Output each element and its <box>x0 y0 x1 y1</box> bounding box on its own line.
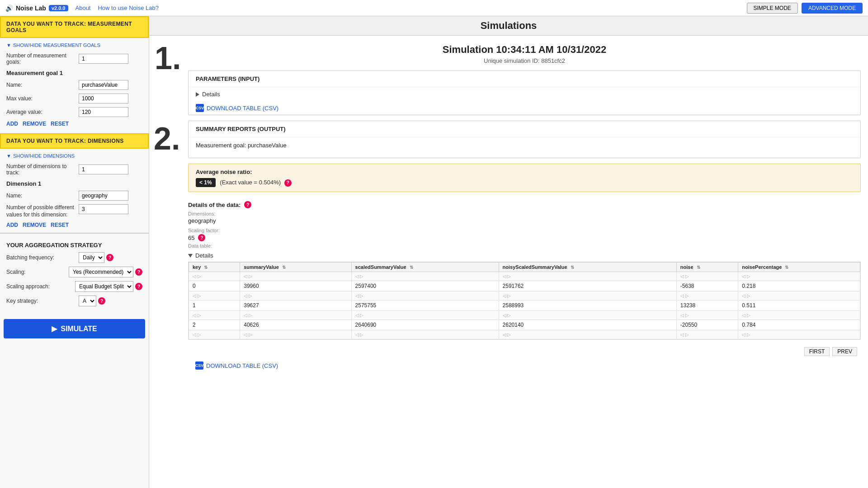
batching-help-icon[interactable]: ? <box>106 254 113 261</box>
about-link[interactable]: About <box>75 5 91 11</box>
table-subrow: ◁ ▷◁ ▷◁ ▷◁ ▷◁ ▷◁ ▷ <box>189 291 860 300</box>
dim1-name-label: Name: <box>6 192 79 199</box>
batching-row: Batching frequency: Daily ? <box>6 252 142 263</box>
key-strategy-help-icon[interactable]: ? <box>98 297 105 305</box>
scaling-row: Scaling: Yes (Recommended) ? <box>6 267 142 277</box>
reset-dim-link[interactable]: RESET <box>51 222 69 228</box>
goal1-name-input[interactable] <box>79 80 128 90</box>
sim-id: Unique simulation ID: 8851cfc2 <box>181 57 868 64</box>
scaling-factor-help-icon[interactable]: ? <box>198 234 205 241</box>
num-goals-row: Number of measurement goals: <box>6 52 142 65</box>
batching-label: Batching frequency: <box>6 254 79 261</box>
mode-buttons: SIMPLE MODE ADVANCED MODE <box>747 3 863 14</box>
key-strategy-label: Key strategy: <box>6 298 79 304</box>
triangle-down-icon <box>188 254 193 258</box>
howto-link[interactable]: How to use Noise Lab? <box>98 5 158 11</box>
summary-area: 2. SUMMARY REPORTS (OUTPUT) Measurement … <box>181 121 868 376</box>
show-hide-goals-toggle[interactable]: ▼ SHOW/HIDE MEASUREMENT GOALS <box>6 42 142 48</box>
goal1-avg-input[interactable] <box>79 107 128 117</box>
batching-select[interactable]: Daily <box>79 252 104 263</box>
summary-section: Measurement goal: purchaseValue <box>189 137 860 158</box>
goal1-actions: ADD REMOVE RESET <box>6 121 142 127</box>
table-header-row: key ⇅ summaryValue ⇅ scaledSummaryValue … <box>189 263 860 272</box>
simulate-icon: ▶ <box>52 324 57 333</box>
left-panel: DATA YOU WANT TO TRACK: MEASUREMENT GOAL… <box>0 16 149 488</box>
num-goals-input[interactable] <box>79 54 128 64</box>
scaling-approach-row: Scaling approach: Equal Budget Split ? <box>6 281 142 292</box>
goal-label: Measurement goal: purchaseValue <box>196 142 853 149</box>
app-logo: 🔊 Noise Lab v2.0.0 <box>5 5 68 12</box>
dim1-title: Dimension 1 <box>6 180 142 187</box>
params-header: PARAMETERS (INPUT) <box>189 71 860 87</box>
noise-ratio-box: Average noise ratio: < 1% (Exact value =… <box>188 164 861 192</box>
col-pct: noisePercentage ⇅ <box>738 263 860 272</box>
dim1-name-input[interactable] <box>79 191 128 201</box>
dimensions-label: Dimensions: <box>188 211 861 216</box>
noise-help-icon[interactable]: ? <box>284 179 292 187</box>
right-panel: Simulations 1. Simulation 10:34:11 AM 10… <box>149 16 868 488</box>
scaling-approach-label: Scaling approach: <box>6 283 75 290</box>
scaling-approach-select[interactable]: Equal Budget Split <box>75 281 133 292</box>
num-dims-input[interactable] <box>79 164 128 174</box>
step2-label: 2. <box>154 121 180 157</box>
key-strategy-select[interactable]: A <box>79 296 96 306</box>
add-goal-link[interactable]: ADD <box>6 121 18 127</box>
add-dim-link[interactable]: ADD <box>6 222 18 228</box>
reset-goal-link[interactable]: RESET <box>51 121 69 127</box>
version-badge: v2.0.0 <box>49 5 68 11</box>
goal1-name-row: Name: <box>6 80 142 90</box>
goal1-title: Measurement goal 1 <box>6 70 142 76</box>
goal1-max-input[interactable] <box>79 94 128 103</box>
table-details-toggle[interactable]: Details <box>188 250 861 262</box>
simulate-button[interactable]: ▶ SIMULATE <box>4 319 145 338</box>
scaling-approach-help-icon[interactable]: ? <box>135 283 142 290</box>
csv-icon: CSV <box>196 104 204 112</box>
prev-button[interactable]: PREV <box>832 347 857 356</box>
data-details-help-icon[interactable]: ? <box>244 201 251 208</box>
scaling-factor-value: 65 ? <box>188 234 861 241</box>
noise-ratio-value: < 1% (Exact value = 0.504%) ? <box>196 178 853 187</box>
right-header: Simulations <box>149 16 868 36</box>
data-table-label: Data table: <box>188 243 861 249</box>
simulate-label: SIMULATE <box>61 325 97 333</box>
first-button[interactable]: FIRST <box>804 347 830 356</box>
noise-ratio-label: Average noise ratio: <box>196 169 853 175</box>
triangle-right-icon <box>196 92 199 97</box>
step1-label: 1. <box>155 40 181 76</box>
remove-dim-link[interactable]: REMOVE <box>23 222 46 228</box>
topnav: 🔊 Noise Lab v2.0.0 About How to use Nois… <box>0 0 868 16</box>
params-box: PARAMETERS (INPUT) Details CSV DOWNLOAD … <box>188 70 861 115</box>
goal1-name-label: Name: <box>6 82 79 88</box>
remove-goal-link[interactable]: REMOVE <box>23 121 46 127</box>
table-subrow: ◁ ▷◁ ▷◁ ▷◁ ▷◁ ▷◁ ▷ <box>189 330 860 339</box>
scaling-select[interactable]: Yes (Recommended) <box>69 267 133 277</box>
data-details-section: Details of the data: ? Dimensions: geogr… <box>181 197 868 376</box>
dim1-values-input[interactable] <box>79 204 128 214</box>
scaling-factor-label: Scaling factor: <box>188 228 861 233</box>
scaling-help-icon[interactable]: ? <box>135 268 142 276</box>
params-details-toggle[interactable]: Details <box>189 87 860 101</box>
download-csv-link[interactable]: CSV DOWNLOAD TABLE (CSV) <box>189 101 860 115</box>
data-details-header: Details of the data: ? <box>188 201 861 208</box>
toggle-down-icon2: ▼ <box>6 153 11 159</box>
noise-exact: (Exact value = 0.504%) <box>220 179 281 186</box>
dimensions-value: geography <box>188 217 861 224</box>
table-subheader-row: ◁ ▷◁ ▷◁ ▷◁ ▷◁ ▷◁ ▷ <box>189 272 860 281</box>
table-row: 03996025974002591762-56380.218 <box>189 281 860 291</box>
section1-header: DATA YOU WANT TO TRACK: MEASUREMENT GOAL… <box>0 16 149 38</box>
col-noise: noise ⇅ <box>676 263 738 272</box>
num-dims-row: Number of dimensions to track: <box>6 163 142 176</box>
aggregation-section: YOUR AGGREGATION STRATEGY Batching frequ… <box>0 233 149 314</box>
advanced-mode-button[interactable]: ADVANCED MODE <box>802 3 863 14</box>
noise-badge: < 1% <box>196 178 216 187</box>
download-csv2-link[interactable]: CSV DOWNLOAD TABLE (CSV) <box>188 359 861 372</box>
section2-header: DATA YOU WANT TO TRACK: DIMENSIONS <box>0 133 149 149</box>
scaling-label: Scaling: <box>6 269 69 275</box>
simple-mode-button[interactable]: SIMPLE MODE <box>747 3 798 14</box>
show-hide-dims-toggle[interactable]: ▼ SHOW/HIDE DIMENSIONS <box>6 153 142 159</box>
sim-content: Simulation 10:34:11 AM 10/31/2022 Unique… <box>181 36 868 376</box>
goal1-max-label: Max value: <box>6 95 79 102</box>
main-layout: DATA YOU WANT TO TRACK: MEASUREMENT GOAL… <box>0 16 868 488</box>
section2-body: ▼ SHOW/HIDE DIMENSIONS Number of dimensi… <box>0 149 149 233</box>
noise-icon: 🔊 <box>5 5 13 12</box>
